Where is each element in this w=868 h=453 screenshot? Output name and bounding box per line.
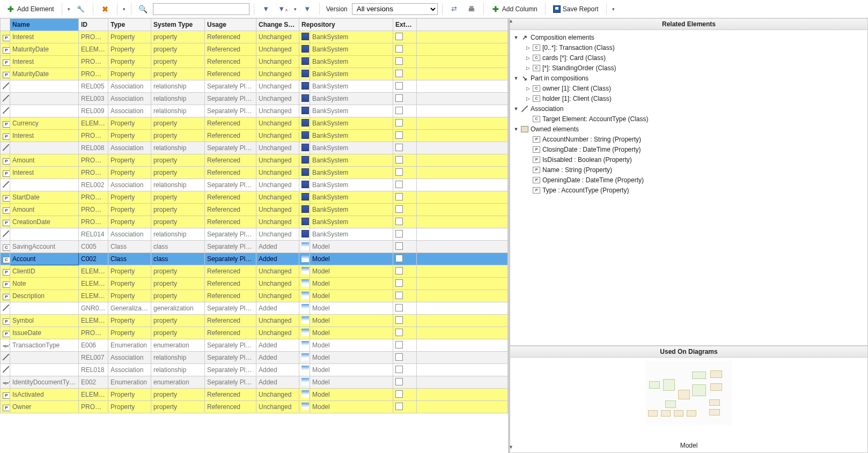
table-row[interactable]: P StartDate PROP092 Property property Re… xyxy=(1,191,508,204)
checkbox[interactable] xyxy=(395,304,403,311)
col-external-header[interactable]: External xyxy=(393,19,417,31)
cell-external[interactable] xyxy=(393,253,417,265)
cell-external[interactable] xyxy=(393,154,417,167)
cell-external[interactable] xyxy=(393,327,417,339)
data-grid[interactable]: Name ID Type System Type Usage Change St… xyxy=(0,18,508,453)
cell-external[interactable] xyxy=(393,167,417,179)
checkbox[interactable] xyxy=(395,156,403,164)
cell-external[interactable] xyxy=(393,228,417,241)
checkbox[interactable] xyxy=(395,70,403,77)
version-select[interactable]: All versions xyxy=(352,3,438,15)
table-row[interactable]: REL014 Association relationship Separate… xyxy=(1,228,508,241)
checkbox[interactable] xyxy=(395,353,403,361)
cell-external[interactable] xyxy=(393,179,417,191)
cell-external[interactable] xyxy=(393,241,417,253)
filter-button[interactable]: ▼ xyxy=(259,4,274,14)
cell-name[interactable]: Amount xyxy=(10,204,79,216)
checkbox[interactable] xyxy=(395,366,403,373)
cell-external[interactable] xyxy=(393,364,417,376)
checkbox[interactable] xyxy=(395,403,403,410)
checkbox[interactable] xyxy=(395,82,403,90)
tree-node[interactable]: ▼ ↗ Composition elements xyxy=(511,32,866,42)
related-elements-tree[interactable]: ▼ ↗ Composition elements ▷ C [0..*]: Tra… xyxy=(510,30,868,346)
table-row[interactable]: P Interest PROP085 Property property Ref… xyxy=(1,130,508,142)
cell-name[interactable]: MaturityDate xyxy=(10,43,79,56)
checkbox[interactable] xyxy=(395,242,403,250)
tree-node[interactable]: ▷ C cards [*]: Card (Class) xyxy=(511,53,866,63)
table-row[interactable]: P Description ELEM010 Property property … xyxy=(1,290,508,302)
add-element-button[interactable]: ✚ Add Element xyxy=(3,4,57,14)
cell-name[interactable] xyxy=(10,352,79,364)
cell-external[interactable] xyxy=(393,105,417,117)
col-name-header[interactable]: Name xyxy=(10,19,79,31)
cell-name[interactable] xyxy=(10,228,79,241)
cell-external[interactable] xyxy=(393,130,417,142)
checkbox[interactable] xyxy=(395,33,403,40)
table-row[interactable]: P Interest PROP086 Property property Ref… xyxy=(1,167,508,179)
checkbox[interactable] xyxy=(395,378,403,385)
tree-node[interactable]: ▼ ↘ Part in compositions xyxy=(511,73,866,83)
col-repo-header[interactable]: Repository xyxy=(299,19,393,31)
tree-node[interactable]: P AccountNumber : String (Property) xyxy=(511,134,866,144)
tree-node[interactable]: ▼ Association xyxy=(511,103,866,114)
delete-button[interactable]: ✖ xyxy=(98,4,113,14)
add-element-dropdown[interactable]: ▾ xyxy=(67,5,71,13)
tree-node[interactable]: C Target Element: AccountType (Class) xyxy=(511,114,866,124)
filter2-button[interactable]: ▼ xyxy=(300,4,315,14)
cell-external[interactable] xyxy=(393,302,417,315)
checkbox[interactable] xyxy=(395,205,403,213)
cell-name[interactable] xyxy=(10,105,79,117)
cell-external[interactable] xyxy=(393,290,417,302)
table-row[interactable]: P IsActivated ELEM056 Property property … xyxy=(1,389,508,401)
diagram-thumbnail[interactable] xyxy=(646,361,732,425)
cell-name[interactable]: Interest xyxy=(10,130,79,142)
checkbox[interactable] xyxy=(395,144,403,151)
table-row[interactable]: REL003 Association relationship Separate… xyxy=(1,93,508,105)
save-report-button[interactable]: Save Report xyxy=(550,4,602,14)
cell-external[interactable] xyxy=(393,191,417,204)
cell-external[interactable] xyxy=(393,376,417,389)
cell-external[interactable] xyxy=(393,389,417,401)
cell-name[interactable]: IsActivated xyxy=(10,389,79,401)
cell-external[interactable] xyxy=(393,31,417,43)
table-row[interactable]: C SavingAccount C005 Class class Separat… xyxy=(1,241,508,253)
cell-name[interactable] xyxy=(10,80,79,93)
filter-clear-button[interactable]: ▼ₓ xyxy=(276,4,291,14)
col-icon-header[interactable] xyxy=(1,19,10,31)
table-row[interactable]: P Amount PROP087 Property property Refer… xyxy=(1,154,508,167)
tree-node[interactable]: P Name : String (Property) xyxy=(511,165,866,175)
tree-node[interactable]: ▷ C [0..*]: Transaction (Class) xyxy=(511,42,866,53)
table-row[interactable]: P Note ELEM029 Property property Referen… xyxy=(1,278,508,290)
cell-name[interactable]: MaturityDate xyxy=(10,68,79,80)
tree-node[interactable]: P IsDisabled : Boolean (Property) xyxy=(511,154,866,165)
tree-toggle[interactable]: ▼ xyxy=(513,35,519,40)
tree-node[interactable]: ▷ C holder [1]: Client (Class) xyxy=(511,93,866,103)
compare-button[interactable]: ⇄ xyxy=(447,4,462,14)
tree-toggle[interactable]: ▷ xyxy=(525,55,531,61)
table-row[interactable]: C Account C002 Class class Separately Pl… xyxy=(1,253,508,265)
table-row[interactable]: P ClientID ELEM012 Property property Ref… xyxy=(1,265,508,278)
checkbox[interactable] xyxy=(395,316,403,324)
col-change-header[interactable]: Change Status xyxy=(256,19,299,31)
cell-name[interactable]: Note xyxy=(10,278,79,290)
table-row[interactable]: P Owner PROP081 Property property Refere… xyxy=(1,401,508,413)
checkbox[interactable] xyxy=(395,168,403,176)
cell-name[interactable]: Account xyxy=(10,253,79,265)
cell-name[interactable]: ClientID xyxy=(10,265,79,278)
cell-external[interactable] xyxy=(393,117,417,130)
checkbox[interactable] xyxy=(395,119,403,127)
checkbox[interactable] xyxy=(395,94,403,102)
checkbox[interactable] xyxy=(395,131,403,139)
cell-name[interactable]: Interest xyxy=(10,167,79,179)
tree-toggle[interactable]: ▼ xyxy=(513,106,519,112)
delete-dropdown[interactable]: ▾ xyxy=(122,5,127,13)
cell-external[interactable] xyxy=(393,339,417,352)
table-row[interactable]: P Symbol ELEM066 Property property Refer… xyxy=(1,315,508,327)
cell-name[interactable] xyxy=(10,142,79,154)
cell-name[interactable]: IssueDate xyxy=(10,327,79,339)
cell-external[interactable] xyxy=(393,43,417,56)
col-usage-header[interactable]: Usage xyxy=(205,19,256,31)
table-row[interactable]: P Interest PROP089 Property property Ref… xyxy=(1,56,508,68)
table-row[interactable]: «e» TransactionType E006 Enumeration enu… xyxy=(1,339,508,352)
tree-toggle[interactable]: ▷ xyxy=(525,45,531,50)
